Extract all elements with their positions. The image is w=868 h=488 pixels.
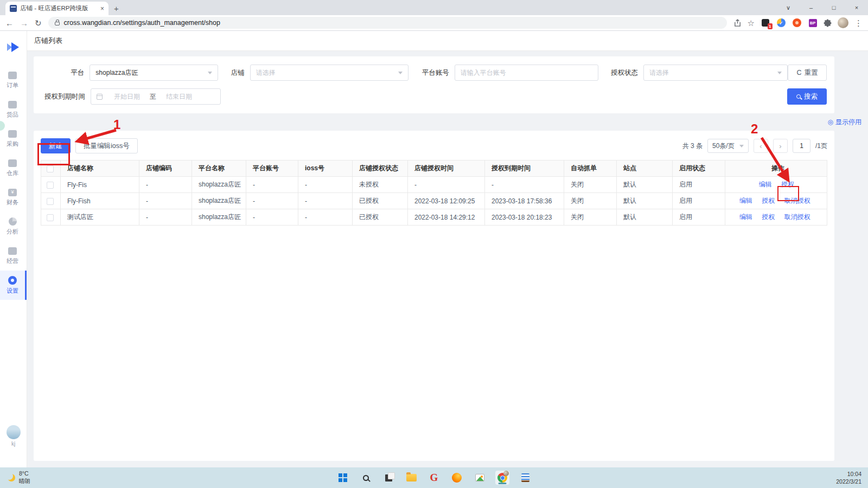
sidebar-item-label: 采购 — [7, 140, 18, 148]
date-range-picker[interactable]: 开始日期 至 结束日期 — [91, 88, 221, 105]
orders-icon — [8, 72, 17, 79]
edit-link[interactable]: 编辑 — [759, 181, 772, 188]
firefox-button[interactable] — [450, 471, 464, 485]
col-shop-name: 店铺名称 — [61, 160, 139, 177]
row-checkbox[interactable] — [47, 182, 54, 189]
extension-orange-icon[interactable] — [792, 18, 802, 28]
cell-auth-time: - — [408, 177, 485, 193]
profile-avatar[interactable] — [838, 17, 848, 28]
extensions-puzzle-icon[interactable] — [824, 19, 832, 27]
cell-auto-grab: 关闭 — [564, 177, 617, 193]
sidebar-item-goods[interactable]: 货品 — [0, 95, 27, 124]
extension-todo-icon[interactable]: ✓ — [776, 18, 786, 28]
window-minimize-button[interactable]: – — [800, 0, 822, 15]
cancel-auth-link[interactable]: 取消授权 — [784, 197, 810, 204]
cancel-auth-link[interactable]: 取消授权 — [784, 213, 810, 221]
back-icon[interactable]: ← — [5, 19, 14, 27]
g-browser-icon: G — [430, 472, 438, 484]
batch-edit-ioss-button[interactable]: 批量编辑ioss号 — [75, 138, 138, 153]
forward-icon[interactable]: → — [20, 19, 28, 27]
extension-todo-glyph: ✓ — [777, 18, 786, 27]
purchase-icon — [8, 130, 17, 138]
sidebar-item-settings[interactable]: 设置 — [0, 271, 27, 300]
chrome-button-active[interactable] — [495, 471, 509, 485]
app-logo-icon — [7, 42, 21, 53]
new-tab-button[interactable]: + — [114, 4, 119, 12]
extension-badge: 1 — [768, 23, 773, 29]
firefox-icon — [452, 473, 462, 483]
taskbar-clock[interactable]: 10:04 2022/3/21 — [836, 470, 861, 485]
window-chevron-icon[interactable]: ∨ — [777, 0, 800, 15]
auth-link[interactable]: 授权 — [781, 181, 794, 188]
file-explorer-button[interactable] — [404, 471, 418, 485]
page-size-select[interactable]: 50条/页 — [707, 139, 749, 153]
gear-icon — [8, 276, 17, 285]
browser-tab[interactable]: 店铺 - 旺店通ERP跨境版 × — [5, 2, 108, 15]
platform-select[interactable]: shoplazza店匠 — [90, 65, 218, 81]
page-title-bar: 店铺列表 — [27, 31, 868, 51]
image-editor-icon — [475, 474, 484, 481]
start-date-placeholder: 开始日期 — [114, 92, 140, 101]
sidebar-item-warehouse[interactable]: 仓库 — [0, 153, 27, 183]
search-button[interactable]: 搜索 — [787, 88, 827, 105]
window-maximize-button[interactable]: □ — [822, 0, 845, 15]
user-avatar[interactable] — [7, 425, 21, 439]
weather-temp: 8°C — [19, 470, 30, 478]
cell-platform-name: shoplazza店匠 — [192, 209, 246, 226]
tab-close-icon[interactable]: × — [100, 5, 104, 12]
url-text[interactable]: cross.wangdian.cn/settings/auth_manageme… — [64, 19, 220, 27]
cell-shop-code: - — [139, 177, 192, 193]
auth-status-select[interactable]: 请选择 — [643, 65, 788, 81]
image-editor-button[interactable] — [473, 471, 487, 485]
row-checkbox[interactable] — [47, 198, 54, 205]
edit-link[interactable]: 编辑 — [739, 197, 752, 204]
browser-menu-icon[interactable]: ⋮ — [854, 19, 863, 27]
cell-enable-status: 启用 — [673, 193, 725, 209]
platform-account-field[interactable] — [455, 65, 599, 81]
extension-notes-icon[interactable]: 1 — [761, 18, 770, 28]
reset-button[interactable]: C重置 — [788, 65, 827, 81]
auth-link[interactable]: 授权 — [762, 197, 775, 204]
taskbar-weather-widget[interactable]: 8°C 晴朗 — [8, 470, 30, 485]
show-disabled-row: ◎ 显示停用 — [34, 113, 861, 131]
current-page-input[interactable] — [793, 139, 810, 153]
col-expire-time: 授权到期时间 — [485, 160, 564, 177]
pagination: 共 3 条 50条/页 ‹ › /1页 — [682, 139, 827, 153]
bookmark-star-icon[interactable]: ☆ — [748, 19, 755, 27]
reset-label: 重置 — [804, 68, 818, 78]
sidebar-item-orders[interactable]: 订单 — [0, 66, 27, 95]
extension-bp-icon[interactable]: BP — [808, 18, 818, 28]
window-close-button[interactable]: × — [845, 0, 868, 15]
row-checkbox[interactable] — [47, 214, 54, 221]
platform-value: shoplazza店匠 — [95, 68, 138, 78]
auth-link[interactable]: 授权 — [762, 213, 775, 221]
col-shop-code: 店铺编码 — [139, 160, 192, 177]
next-page-button[interactable]: › — [773, 139, 788, 153]
show-disabled-link[interactable]: 显示停用 — [835, 118, 861, 127]
select-all-checkbox[interactable] — [47, 165, 54, 172]
platform-account-input[interactable] — [461, 69, 593, 76]
shop-select[interactable]: 请选择 — [250, 65, 409, 81]
goods-icon — [8, 101, 17, 108]
task-view-button[interactable] — [381, 471, 395, 485]
notepad-button[interactable] — [518, 471, 532, 485]
cell-shop-name: Fly-Fis — [61, 177, 139, 193]
sidebar-item-operation[interactable]: 经营 — [0, 241, 27, 271]
search-icon — [796, 94, 801, 99]
cell-platform-account: - — [246, 177, 298, 193]
sidebar-item-analysis[interactable]: 分析 — [0, 212, 27, 241]
cell-auth-status: 未授权 — [353, 177, 408, 193]
sidebar-item-finance[interactable]: ¥ 财务 — [0, 183, 27, 212]
prev-page-button[interactable]: ‹ — [754, 139, 768, 153]
start-button[interactable] — [336, 471, 350, 485]
chrome-profile-overlay — [503, 471, 509, 476]
sidebar-user[interactable]: kj — [7, 425, 21, 447]
reload-icon[interactable]: ↻ — [35, 19, 42, 27]
edit-link[interactable]: 编辑 — [739, 213, 752, 221]
address-bar[interactable]: cross.wangdian.cn/settings/auth_manageme… — [48, 17, 727, 29]
new-button[interactable]: 新建 — [41, 138, 71, 153]
col-ioss: ioss号 — [298, 160, 353, 177]
taskbar-search-button[interactable] — [359, 471, 373, 485]
share-icon[interactable] — [733, 19, 742, 27]
g-browser-button[interactable]: G — [427, 471, 441, 485]
